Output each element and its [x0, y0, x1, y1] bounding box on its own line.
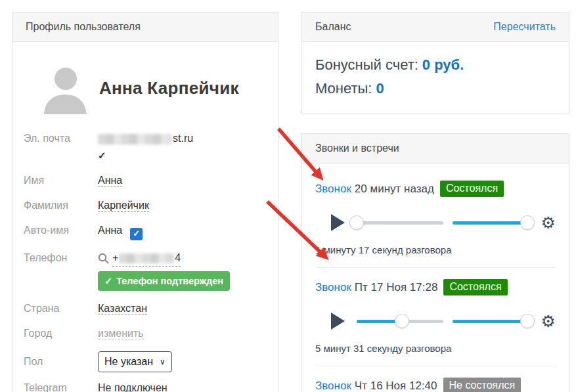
call-1-title: Звонок 20 минут назад Состоялся [315, 181, 556, 197]
balance-body: Бонусный счет:0 руб. Монеты:0 [302, 42, 569, 118]
page-title-user-name: Анна Карпейчик [99, 78, 239, 98]
progress-handle[interactable] [349, 215, 364, 230]
email-redacted-blur [98, 134, 171, 144]
play-icon[interactable] [331, 313, 345, 330]
call-2-title: Звонок Пт 17 Ноя 17:28 Состоялся [315, 279, 556, 295]
call-2-progress-slider[interactable] [357, 320, 443, 323]
country-editable-value[interactable]: Казахстан [98, 303, 147, 315]
email-value: st.ru ✓ [98, 131, 193, 163]
badge-check-icon: ✓ [104, 274, 112, 288]
phone-verified-badge-label: Телефон подтвержден [116, 274, 223, 288]
profile-panel-body: Анна Карпейчик Эл. почта st.ru ✓ Имя Анн… [12, 42, 278, 392]
gear-icon[interactable]: ⚙ [541, 215, 556, 231]
field-row-first-name: Имя Анна [24, 173, 265, 188]
calls-panel-title: Звонки и встречи [315, 142, 399, 154]
field-row-gender: Пол Не указан ∨ [24, 351, 265, 372]
gender-selected-option: Не указан [104, 355, 153, 369]
call-1-link[interactable]: Звонок [315, 183, 351, 196]
bonus-label: Бонусный счет: [315, 56, 418, 73]
balance-panel-title: Баланс [315, 21, 351, 33]
email-visible-part: st.ru [173, 133, 193, 144]
call-1-status-badge: Состоялся [440, 181, 504, 197]
call-1-datetime: 20 минут назад [355, 183, 434, 196]
avatar [39, 62, 91, 114]
call-3-datetime: Чт 16 Ноя 12:40 [355, 380, 437, 392]
chevron-down-icon: ∨ [160, 355, 166, 369]
phone-redacted-blur [119, 253, 174, 263]
call-item-1: Звонок 20 минут назад Состоялся ⚙ [315, 163, 556, 267]
city-label: Город [24, 326, 98, 341]
profile-panel: Профиль пользователя Анна Карпейчик Эл. … [12, 12, 278, 392]
volume-fill [453, 221, 527, 225]
first-name-editable-value[interactable]: Анна [98, 175, 122, 187]
auto-name-checkbox[interactable]: ✓ [130, 228, 143, 240]
last-name-editable-value[interactable]: Карпейчик [98, 200, 149, 212]
balance-panel-header: Баланс Пересчитать [302, 12, 569, 42]
telegram-label: Telegram [24, 381, 98, 392]
auto-name-value: Анна [98, 225, 122, 236]
phone-label: Телефон [24, 251, 98, 265]
gear-icon[interactable]: ⚙ [541, 313, 556, 330]
call-item-3: Звонок Чт 16 Ноя 12:40 Не состоялся не о… [315, 366, 556, 392]
email-verified-check-icon: ✓ [98, 148, 193, 163]
volume-handle[interactable] [520, 314, 535, 328]
profile-panel-header: Профиль пользователя [12, 12, 278, 42]
field-row-city: Город изменить [24, 326, 265, 341]
call-item-2: Звонок Пт 17 Ноя 17:28 Состоялся ⚙ [315, 267, 556, 366]
coins-label: Монеты: [315, 80, 372, 97]
call-2-duration: 5 минут 31 секунду разговора [315, 343, 556, 354]
call-2-audio-player: ⚙ [315, 311, 556, 331]
phone-verified-badge: ✓Телефон подтвержден [98, 271, 230, 291]
email-label: Эл. почта [24, 131, 98, 146]
profile-panel-title: Профиль пользователя [26, 21, 141, 33]
call-1-volume-slider[interactable] [453, 221, 530, 225]
field-row-email: Эл. почта st.ru ✓ [24, 131, 265, 163]
field-row-phone: Телефон +4 ✓Телефон подтвержден [24, 251, 265, 291]
bonus-value: 0 руб. [422, 56, 464, 73]
first-name-label: Имя [24, 173, 98, 188]
play-icon[interactable] [331, 214, 345, 231]
call-2-status-badge: Состоялся [443, 279, 507, 295]
telegram-value: Не подключен [98, 381, 167, 392]
coins-value: 0 [376, 80, 384, 97]
phone-line: +4 [98, 251, 230, 267]
bonus-row: Бонусный счет:0 руб. [315, 56, 556, 74]
call-2-volume-slider[interactable] [453, 320, 530, 323]
phone-visible-suffix: 4 [175, 252, 181, 263]
search-icon[interactable] [98, 253, 109, 264]
call-1-progress-slider[interactable] [357, 221, 443, 225]
call-3-title: Звонок Чт 16 Ноя 12:40 Не состоялся [315, 378, 556, 392]
checkbox-check-icon: ✓ [133, 227, 140, 241]
profile-top: Анна Карпейчик [12, 42, 278, 131]
call-2-datetime: Пт 17 Ноя 17:28 [355, 281, 438, 294]
call-2-link[interactable]: Звонок [315, 281, 351, 294]
country-label: Страна [24, 301, 98, 316]
call-1-duration: 1 минуту 17 секунд разговора [315, 244, 556, 255]
auto-name-label: Авто-имя [24, 223, 98, 238]
progress-handle[interactable] [395, 314, 409, 328]
field-row-telegram: Telegram Не подключен [24, 381, 265, 392]
coins-row: Монеты:0 [315, 80, 556, 97]
phone-editable-value[interactable]: +4 [112, 251, 181, 267]
profile-page: Профиль пользователя Анна Карпейчик Эл. … [0, 0, 576, 392]
calls-panel-header: Звонки и встречи [302, 134, 569, 163]
last-name-label: Фамилия [24, 198, 98, 213]
recalculate-link[interactable]: Пересчитать [493, 21, 556, 33]
balance-panel: Баланс Пересчитать Бонусный счет:0 руб. … [301, 12, 569, 114]
call-3-status-badge: Не состоялся [443, 378, 521, 392]
city-change-link[interactable]: изменить [98, 328, 144, 340]
call-1-audio-player: ⚙ [315, 213, 556, 232]
volume-handle[interactable] [520, 215, 535, 230]
gender-label: Пол [24, 355, 98, 369]
volume-fill [453, 320, 527, 323]
profile-fields: Эл. почта st.ru ✓ Имя Анна Фамилия Карпе… [12, 131, 278, 392]
calls-list: Звонок 20 минут назад Состоялся ⚙ [302, 163, 569, 392]
call-3-link[interactable]: Звонок [315, 380, 351, 392]
field-row-auto-name: Авто-имя Анна✓ [24, 223, 265, 240]
phone-prefix: + [112, 252, 118, 263]
field-row-country: Страна Казахстан [24, 301, 265, 316]
calls-panel: Звонки и встречи Звонок 20 минут назад С… [301, 133, 569, 392]
gender-select[interactable]: Не указан ∨ [98, 351, 172, 372]
field-row-last-name: Фамилия Карпейчик [24, 198, 265, 213]
